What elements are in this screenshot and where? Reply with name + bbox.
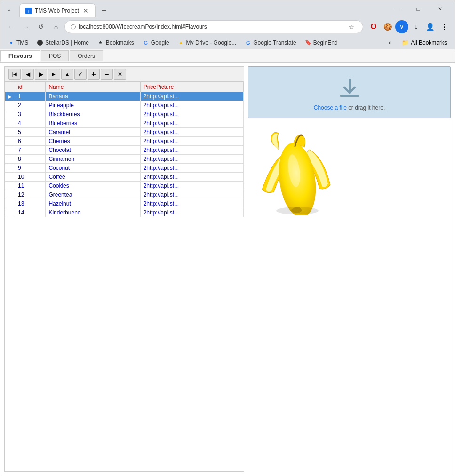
active-tab[interactable]: T TMS Web Project ✕ xyxy=(19,3,96,17)
cell-id: 6 xyxy=(15,137,46,146)
table-row[interactable]: 9Coconut2http://api.st... xyxy=(5,164,244,173)
table-row[interactable]: 6Cherries2http://api.st... xyxy=(5,137,244,146)
col-id[interactable]: id xyxy=(15,82,46,92)
tab-orders[interactable]: Orders xyxy=(70,50,103,61)
maximize-button[interactable]: □ xyxy=(407,1,429,16)
page-content: Flavours POS Orders |◀ ◀ ▶ ▶| ▲ ✓ xyxy=(0,49,455,476)
all-bookmarks-button[interactable]: 📁 All Bookmarks xyxy=(398,38,451,48)
all-bookmarks-icon: 📁 xyxy=(402,40,409,46)
cell-id: 14 xyxy=(15,208,46,217)
svg-text:T: T xyxy=(27,9,30,14)
url-text: localhost:8000/WIcecreamPos/index.html#F… xyxy=(79,24,343,30)
prev-record-button[interactable]: ◀ xyxy=(22,69,34,80)
new-tab-button[interactable]: + xyxy=(97,4,111,17)
tab-list-button[interactable]: ⌄ xyxy=(4,4,14,14)
row-indicator xyxy=(5,182,15,190)
table-row[interactable]: 2Pineapple2http://api.st... xyxy=(5,101,244,110)
table-row[interactable]: 10Coffee2http://api.st... xyxy=(5,173,244,182)
next-record-button[interactable]: ▶ xyxy=(35,69,47,80)
cell-price: 2http://api.st... xyxy=(140,92,243,101)
bookmark-bookmarks[interactable]: ★ Bookmarks xyxy=(94,38,138,48)
table-row[interactable]: 4Blueberries2http://api.st... xyxy=(5,119,244,128)
forward-button[interactable]: → xyxy=(19,20,32,33)
last-record-button[interactable]: ▶| xyxy=(48,69,60,80)
col-name[interactable]: Name xyxy=(46,82,140,92)
bookmark-star-icon[interactable]: ☆ xyxy=(346,21,357,32)
cell-id: 3 xyxy=(15,110,46,119)
bookmark-translate[interactable]: G Google Translate xyxy=(241,38,300,48)
table-row[interactable]: ▶1Banana2http://api.st... xyxy=(5,92,244,101)
google-favicon: G xyxy=(143,40,149,46)
table-row[interactable]: 14Kinderbueno2http://api.st... xyxy=(5,208,244,217)
cell-name: Pineapple xyxy=(46,101,140,110)
upload-area[interactable]: Choose a file or drag it here. xyxy=(248,66,451,118)
first-record-button[interactable]: |◀ xyxy=(8,69,21,80)
data-grid: id Name PricePicture ▶1Banana2http://api… xyxy=(5,82,244,217)
table-row[interactable]: 8Cinnamon2http://api.st... xyxy=(5,155,244,164)
cancel-button[interactable]: ✕ xyxy=(114,69,126,80)
bookmark-beginend[interactable]: 🔖 BeginEnd xyxy=(301,38,342,48)
cell-price: 2http://api.st... xyxy=(140,119,243,128)
bookmarks-more-button[interactable]: » xyxy=(385,38,396,48)
cell-name: Greentea xyxy=(46,190,140,199)
table-row[interactable]: 11Cookies2http://api.st... xyxy=(5,182,244,190)
col-indicator xyxy=(5,82,15,92)
bookmark-tms-label: TMS xyxy=(16,40,28,46)
choose-file-text: Choose a file xyxy=(314,104,347,111)
address-box[interactable]: ⓘ localhost:8000/WIcecreamPos/index.html… xyxy=(64,20,363,33)
table-row[interactable]: 13Hazelnut2http://api.st... xyxy=(5,199,244,208)
table-row[interactable]: 12Greentea2http://api.st... xyxy=(5,190,244,199)
close-button[interactable]: ✕ xyxy=(429,1,451,16)
grid-scroll-wrapper[interactable]: id Name PricePicture ▶1Banana2http://api… xyxy=(5,82,244,232)
download-extension-icon[interactable]: ↓ xyxy=(409,20,423,33)
grid-container: |◀ ◀ ▶ ▶| ▲ ✓ + − ✕ xyxy=(4,66,244,472)
bookmark-google[interactable]: G Google xyxy=(139,38,173,48)
svg-point-2 xyxy=(37,40,43,46)
cell-price: 2http://api.st... xyxy=(140,101,243,110)
bookmark-drive-label: My Drive - Google... xyxy=(186,40,237,46)
bookmark-tms[interactable]: ● TMS xyxy=(4,38,32,48)
tab-pos[interactable]: POS xyxy=(41,50,69,61)
row-indicator xyxy=(5,110,15,119)
profile-icon[interactable]: 👤 xyxy=(423,20,437,33)
cell-price: 2http://api.st... xyxy=(140,190,243,199)
home-button[interactable]: ⌂ xyxy=(49,20,63,33)
row-indicator xyxy=(5,137,15,146)
bookmark-translate-label: Google Translate xyxy=(253,40,296,46)
row-indicator xyxy=(5,101,15,110)
cell-price: 2http://api.st... xyxy=(140,182,243,190)
browser-window: ⌄ T TMS Web Project ✕ + — □ ✕ ← → ↺ ⌂ ⓘ … xyxy=(0,0,455,476)
row-indicator xyxy=(5,128,15,137)
confirm-button[interactable]: ✓ xyxy=(74,69,87,80)
cell-price: 2http://api.st... xyxy=(140,208,243,217)
minimize-button[interactable]: — xyxy=(386,1,407,16)
tab-close-button[interactable]: ✕ xyxy=(82,7,89,15)
bookmark-stellards-label: StellarDS | Home xyxy=(45,40,88,46)
security-icon: ⓘ xyxy=(71,24,76,31)
cell-name: Coconut xyxy=(46,164,140,173)
all-bookmarks-label: All Bookmarks xyxy=(411,40,447,46)
add-record-button[interactable]: + xyxy=(88,69,100,80)
right-panel: Choose a file or drag it here. xyxy=(248,66,451,472)
table-row[interactable]: 3Blackberries2http://api.st... xyxy=(5,110,244,119)
cell-id: 10 xyxy=(15,173,46,182)
content-area: |◀ ◀ ▶ ▶| ▲ ✓ + − ✕ xyxy=(0,63,455,476)
bookmark-drive[interactable]: ▲ My Drive - Google... xyxy=(174,38,240,48)
tab-flavours[interactable]: Flavours xyxy=(0,50,40,62)
delete-record-button[interactable]: − xyxy=(101,69,113,80)
more-options-icon[interactable]: ⋮ xyxy=(438,20,451,33)
row-indicator xyxy=(5,190,15,199)
bookmark-stellards[interactable]: StellarDS | Home xyxy=(33,38,92,48)
table-row[interactable]: 7Chocolat2http://api.st... xyxy=(5,146,244,155)
col-price[interactable]: PricePicture xyxy=(140,82,243,92)
table-row[interactable]: 5Caramel2http://api.st... xyxy=(5,128,244,137)
cell-price: 2http://api.st... xyxy=(140,155,243,164)
cookie-icon[interactable]: 🍪 xyxy=(381,20,394,33)
vpn-icon[interactable]: V xyxy=(395,20,408,33)
bookmarks-bar: ● TMS StellarDS | Home ★ Bookmarks G Goo… xyxy=(0,36,455,49)
opera-icon[interactable]: O xyxy=(367,20,380,33)
move-up-button[interactable]: ▲ xyxy=(61,69,73,80)
refresh-button[interactable]: ↺ xyxy=(34,20,48,33)
back-button[interactable]: ← xyxy=(4,20,17,33)
cell-price: 2http://api.st... xyxy=(140,137,243,146)
